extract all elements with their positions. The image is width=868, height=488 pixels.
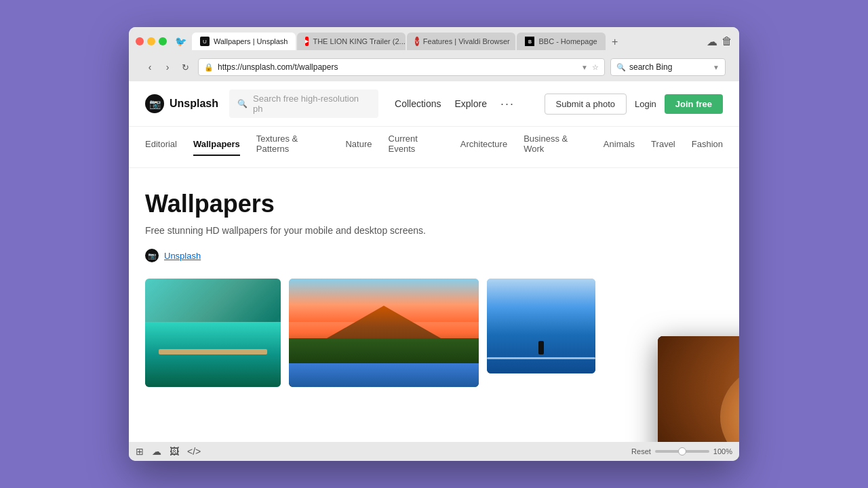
zoom-reset-button[interactable]: Reset <box>631 447 651 455</box>
page-title: Wallpapers <box>145 190 723 218</box>
bottom-panel-icon[interactable]: ⊞ <box>136 446 144 457</box>
back-button[interactable]: ‹ <box>142 60 157 75</box>
tab-lionking-label: THE LION KING Trailer (2... <box>313 37 405 45</box>
close-button[interactable] <box>136 37 144 45</box>
category-wallpapers[interactable]: Wallpapers <box>193 139 240 156</box>
unsplash-nav-links: Collections Explore ··· <box>395 97 515 111</box>
title-bar: 🐦 U Wallpapers | Unsplash ▶ THE LION KIN… <box>129 27 739 81</box>
join-free-button[interactable]: Join free <box>665 94 723 114</box>
bottom-code-icon[interactable]: </> <box>187 446 201 457</box>
search-box-placeholder: Search free high-resolution ph <box>253 94 370 114</box>
search-icon: 🔍 <box>616 63 626 72</box>
search-box-icon: 🔍 <box>237 99 248 108</box>
maldives-water <box>145 322 281 387</box>
unsplash-nav-actions: Submit a photo Login Join free <box>545 94 723 115</box>
bookmark-icon[interactable]: ☆ <box>592 63 599 72</box>
browser-window: 🐦 U Wallpapers | Unsplash ▶ THE LION KIN… <box>129 27 739 461</box>
tab-lionking[interactable]: ▶ THE LION KING Trailer (2... <box>297 33 406 50</box>
twitter-icon: 🐦 <box>175 36 186 47</box>
unsplash-brand-name: Unsplash <box>170 98 218 110</box>
wave-line <box>487 357 595 359</box>
search-dropdown-icon[interactable]: ▼ <box>713 64 719 71</box>
page-description: Free stunning HD wallpapers for your mob… <box>145 224 723 238</box>
forward-button[interactable]: › <box>160 60 175 75</box>
surfer-background <box>487 279 595 373</box>
unsplash-favicon: U <box>200 37 210 46</box>
browser-content: 📷 Unsplash 🔍 Search free high-resolution… <box>129 81 739 442</box>
tab-vivaldi[interactable]: V Features | Vivaldi Browser <box>407 33 515 50</box>
bbc-favicon: B <box>525 37 534 46</box>
lionking-popup[interactable] <box>658 336 739 442</box>
mountain-forest <box>289 338 479 365</box>
zoom-slider[interactable] <box>655 450 709 453</box>
submit-photo-button[interactable]: Submit a photo <box>545 94 627 115</box>
tab-unsplash[interactable]: U Wallpapers | Unsplash <box>192 33 296 50</box>
tab-unsplash-label: Wallpapers | Unsplash <box>214 37 288 45</box>
bottom-cloud-icon[interactable]: ☁ <box>152 446 161 457</box>
photo-grid <box>145 279 723 387</box>
unsplash-logo-icon: 📷 <box>145 94 164 113</box>
category-architecture[interactable]: Architecture <box>460 139 507 156</box>
new-tab-button[interactable]: + <box>607 34 623 50</box>
lock-icon: 🔒 <box>204 63 214 72</box>
bottom-image-icon[interactable]: 🖼 <box>170 446 179 457</box>
credit-link[interactable]: Unsplash <box>164 251 201 261</box>
url-text: https://unsplash.com/t/wallpapers <box>218 62 577 72</box>
credit-icon: 📷 <box>145 249 159 262</box>
photo-card-mountain[interactable] <box>289 279 479 387</box>
cloud-icon[interactable]: ☁ <box>707 35 717 48</box>
tab-bbc[interactable]: B BBC - Homepage <box>517 33 605 50</box>
explore-link[interactable]: Explore <box>455 98 487 109</box>
category-current-events[interactable]: Current Events <box>389 134 444 161</box>
traffic-lights <box>136 37 167 45</box>
category-fashion[interactable]: Fashion <box>692 139 723 156</box>
maximize-button[interactable] <box>159 37 167 45</box>
nav-buttons: ‹ › ↻ <box>142 60 193 75</box>
category-animals[interactable]: Animals <box>604 139 635 156</box>
page-credit: 📷 Unsplash <box>145 249 723 262</box>
maldives-pier <box>159 349 267 354</box>
login-button[interactable]: Login <box>635 99 656 109</box>
bottom-bar: ⊞ ☁ 🖼 </> Reset 100% <box>129 442 739 461</box>
refresh-button[interactable]: ↻ <box>178 60 193 75</box>
zoom-control: Reset 100% <box>631 447 732 455</box>
minimize-button[interactable] <box>147 37 155 45</box>
tab-actions: ☁ 🗑 <box>707 35 732 48</box>
photo-card-surfer[interactable] <box>487 279 595 373</box>
category-editorial[interactable]: Editorial <box>145 139 177 156</box>
unsplash-navbar: 📷 Unsplash 🔍 Search free high-resolution… <box>129 81 739 127</box>
address-bar: ‹ › ↻ 🔒 https://unsplash.com/t/wallpaper… <box>136 54 732 81</box>
search-input[interactable]: search Bing <box>629 62 709 72</box>
url-dropdown-icon[interactable]: ▼ <box>581 64 588 71</box>
search-bar[interactable]: 🔍 search Bing ▼ <box>610 58 726 76</box>
category-nav: Editorial Wallpapers Textures & Patterns… <box>129 127 739 168</box>
unsplash-search-box[interactable]: 🔍 Search free high-resolution ph <box>229 89 378 118</box>
collections-link[interactable]: Collections <box>395 98 441 109</box>
page-content: Wallpapers Free stunning HD wallpapers f… <box>129 168 739 442</box>
zoom-thumb[interactable] <box>678 447 686 455</box>
nav-more-button[interactable]: ··· <box>500 97 515 111</box>
photo-card-maldives[interactable] <box>145 279 281 387</box>
tab-bbc-label: BBC - Homepage <box>538 37 597 45</box>
category-textures[interactable]: Textures & Patterns <box>256 134 330 161</box>
zoom-percentage: 100% <box>713 447 732 455</box>
lionking-image <box>658 336 739 442</box>
url-bar[interactable]: 🔒 https://unsplash.com/t/wallpapers ▼ ☆ <box>198 58 605 76</box>
tab-vivaldi-label: Features | Vivaldi Browser <box>423 37 510 45</box>
surfer-figure <box>538 341 544 354</box>
category-travel[interactable]: Travel <box>651 139 675 156</box>
category-business[interactable]: Business & Work <box>524 134 587 161</box>
mountain-water <box>289 363 479 387</box>
category-nature[interactable]: Nature <box>345 139 372 156</box>
vivaldi-favicon: V <box>415 37 418 46</box>
youtube-favicon: ▶ <box>305 37 309 46</box>
unsplash-logo[interactable]: 📷 Unsplash <box>145 94 218 113</box>
trash-icon[interactable]: 🗑 <box>722 35 732 47</box>
tabs-container: U Wallpapers | Unsplash ▶ THE LION KING … <box>192 33 701 50</box>
